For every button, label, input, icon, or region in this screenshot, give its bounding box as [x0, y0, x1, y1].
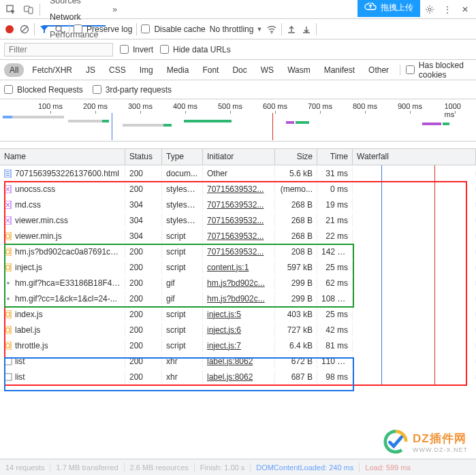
col-status[interactable]: Status: [125, 149, 162, 165]
type-fetch-xhr[interactable]: Fetch/XHR: [27, 63, 78, 77]
col-time[interactable]: Time: [317, 149, 353, 165]
table-header: Name Status Type Initiator Size Time Wat…: [0, 148, 476, 165]
request-name: inject.js: [15, 263, 42, 272]
type-wasm[interactable]: Wasm: [282, 63, 316, 77]
type-other[interactable]: Other: [363, 63, 394, 77]
filter-icon[interactable]: [39, 24, 50, 35]
type-all[interactable]: All: [4, 63, 24, 77]
disable-cache-label: Disable cache: [154, 24, 205, 34]
type-img[interactable]: Img: [134, 63, 159, 77]
inspect-icon[interactable]: [3, 1, 19, 18]
throttle-label: No throttling: [210, 24, 254, 34]
clear-icon[interactable]: [19, 24, 30, 35]
tab-sources[interactable]: Sources: [43, 0, 106, 9]
hide-data-label: Hide data URLs: [173, 45, 231, 54]
svg-point-6: [56, 26, 61, 31]
table-row[interactable]: list200xhrlabel.js:8062687 B98 ms: [0, 369, 476, 384]
device-icon[interactable]: [20, 1, 37, 18]
download-icon[interactable]: [301, 24, 312, 35]
request-initiator[interactable]: hm.js?bd902c...: [203, 292, 275, 306]
record-button[interactable]: [4, 24, 15, 35]
type-ws[interactable]: WS: [255, 63, 279, 77]
types-row: AllFetch/XHRJSCSSImgMediaFontDocWSWasmMa…: [0, 60, 476, 80]
tick: 100 ms: [38, 102, 63, 110]
request-status: 200: [125, 355, 162, 368]
upload-button[interactable]: 拖拽上传: [358, 0, 420, 17]
col-initiator[interactable]: Initiator: [203, 149, 275, 165]
table-row[interactable]: index.js200scriptinject.js:5403 kB25 ms: [0, 306, 476, 322]
request-initiator[interactable]: 70715639532...: [203, 245, 275, 259]
blocked-requests-checkbox[interactable]: Blocked Requests: [4, 85, 83, 95]
hide-data-urls-checkbox[interactable]: Hide data URLs: [160, 45, 231, 54]
svg-rect-23: [5, 342, 11, 350]
throttle-select[interactable]: No throttling ▼: [210, 24, 263, 34]
request-type: script: [162, 323, 203, 337]
col-waterfall[interactable]: Waterfall: [353, 149, 476, 165]
footer-dom: DOMContentLoaded: 240 ms: [256, 463, 353, 472]
invert-checkbox[interactable]: Invert: [120, 45, 153, 54]
table-row[interactable]: hm.gif?cc=1&ck=1&cl=24-...200gifhm.js?bd…: [0, 291, 476, 306]
tabs-more-icon[interactable]: »: [107, 1, 123, 18]
request-time: 19 ms: [317, 198, 353, 212]
table-row[interactable]: label.js200scriptinject.js:6727 kB42 ms: [0, 322, 476, 338]
wifi-icon[interactable]: [266, 24, 277, 35]
request-initiator[interactable]: inject.js:6: [203, 323, 275, 337]
request-initiator[interactable]: content.js:1: [203, 261, 275, 274]
col-name[interactable]: Name: [0, 149, 125, 165]
table-row[interactable]: list200xhrlabel.js:8062672 B110 ms: [0, 353, 476, 369]
type-media[interactable]: Media: [161, 63, 195, 77]
filter-input[interactable]: [4, 43, 113, 56]
request-type: gif: [162, 276, 203, 290]
table-row[interactable]: md.css304stylesh...70715639532...268 B19…: [0, 197, 476, 212]
disable-cache-checkbox[interactable]: Disable cache: [141, 24, 205, 34]
file-icon: [4, 342, 12, 350]
table-row[interactable]: hm.gif?hca=E33186B18F4A...200gifhm.js?bd…: [0, 275, 476, 291]
request-initiator[interactable]: 70715639532...: [203, 182, 275, 196]
file-icon: [4, 232, 12, 240]
request-time: 98 ms: [317, 370, 353, 384]
request-type: script: [162, 261, 203, 274]
request-type: script: [162, 229, 203, 243]
table-row[interactable]: hm.js?bd902cac0a87691cc...200script70715…: [0, 244, 476, 259]
request-size: 403 kB: [275, 308, 317, 321]
request-status: 200: [125, 167, 162, 180]
footer-load: Load: 599 ms: [365, 463, 411, 472]
close-icon[interactable]: ✕: [457, 1, 473, 18]
request-status: 200: [125, 370, 162, 384]
type-manifest[interactable]: Manifest: [319, 63, 360, 77]
request-initiator[interactable]: 70715639532...: [203, 229, 275, 243]
col-size[interactable]: Size: [275, 149, 317, 165]
table-row[interactable]: viewer.min.js304script70715639532...268 …: [0, 228, 476, 244]
type-js[interactable]: JS: [80, 63, 101, 77]
third-party-checkbox[interactable]: 3rd-party requests: [93, 85, 172, 95]
request-initiator[interactable]: label.js:8062: [203, 355, 275, 368]
type-css[interactable]: CSS: [104, 63, 131, 77]
preserve-log-checkbox[interactable]: Preserve log: [74, 24, 132, 34]
request-initiator[interactable]: label.js:8062: [203, 370, 275, 384]
col-type[interactable]: Type: [162, 149, 203, 165]
request-initiator[interactable]: Other: [203, 167, 275, 180]
has-blocked-cookies-checkbox[interactable]: Has blocked cookies: [406, 61, 472, 80]
request-time: 108 ms: [317, 292, 353, 306]
type-doc[interactable]: Doc: [227, 63, 252, 77]
table-row[interactable]: throttle.js200scriptinject.js:76.4 kB81 …: [0, 338, 476, 353]
table-row[interactable]: 7071563953226137600.html200docum...Other…: [0, 165, 476, 181]
request-initiator[interactable]: inject.js:7: [203, 339, 275, 353]
request-initiator[interactable]: 70715639532...: [203, 198, 275, 212]
table-row[interactable]: inject.js200scriptcontent.js:1597 kB25 m…: [0, 259, 476, 275]
tick: 200 ms: [83, 102, 108, 110]
request-size: 597 kB: [275, 261, 317, 274]
settings-icon[interactable]: [422, 1, 438, 18]
kebab-icon[interactable]: ⋮: [439, 1, 456, 18]
type-font[interactable]: Font: [197, 63, 224, 77]
tick: 500 ms: [218, 102, 242, 110]
request-name: unocss.css: [15, 184, 55, 194]
upload-icon[interactable]: [286, 24, 297, 35]
request-initiator[interactable]: inject.js:5: [203, 308, 275, 321]
timeline-overview[interactable]: 100 ms200 ms300 ms400 ms500 ms600 ms700 …: [0, 99, 476, 142]
search-icon[interactable]: [54, 24, 65, 35]
request-initiator[interactable]: hm.js?bd902c...: [203, 276, 275, 290]
table-row[interactable]: unocss.css200stylesh...70715639532...(me…: [0, 181, 476, 197]
table-row[interactable]: viewer.min.css304stylesh...70715639532..…: [0, 212, 476, 228]
request-initiator[interactable]: 70715639532...: [203, 214, 275, 227]
